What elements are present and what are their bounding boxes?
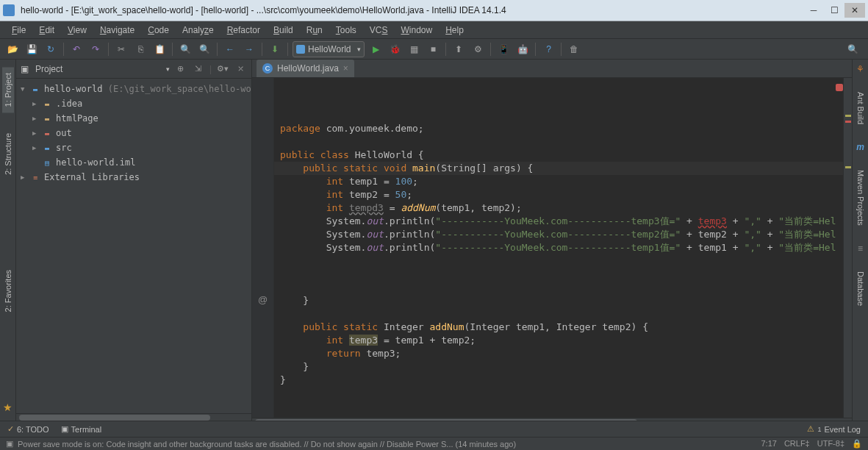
menu-file[interactable]: File — [6, 24, 32, 37]
module-icon: ▬ — [29, 84, 41, 94]
back-icon[interactable]: ← — [222, 41, 238, 57]
make-icon[interactable]: ⬇ — [267, 41, 283, 57]
gear-icon[interactable]: ⚙▾ — [216, 63, 229, 76]
right-tool-rail: ⚘ Ant Build m Maven Projects ≡ Database — [852, 60, 868, 421]
tree-item-iml[interactable]: ▤hello-world.iml — [16, 155, 251, 170]
app-icon — [3, 4, 15, 16]
tree-external-libraries[interactable]: ▶≡External Libraries — [16, 170, 251, 185]
rail-database[interactable]: Database — [855, 265, 867, 312]
editor-area: C HelloWorld.java × @ package com.youmee… — [252, 60, 852, 421]
gutter-override-icon[interactable]: @ — [258, 294, 268, 305]
debug-icon[interactable]: 🐞 — [387, 41, 403, 57]
menu-navigate[interactable]: Navigate — [94, 24, 140, 37]
hide-icon[interactable]: ⤫ — [234, 63, 247, 76]
close-button[interactable]: ✕ — [844, 3, 865, 18]
paste-icon[interactable]: 📋 — [151, 41, 168, 57]
rail-ant[interactable]: Ant Build — [855, 86, 867, 130]
line-separator[interactable]: CRLF‡ — [784, 439, 810, 449]
rail-maven[interactable]: Maven Projects — [855, 164, 867, 232]
lock-icon[interactable]: 🔒 — [852, 439, 862, 449]
vcs-icon[interactable]: ⬆ — [451, 41, 467, 57]
status-message[interactable]: Power save mode is on: Code insight and … — [18, 440, 761, 449]
folder-icon: ▬ — [41, 113, 53, 124]
menu-analyze[interactable]: Analyze — [176, 24, 220, 37]
stop-icon[interactable]: ■ — [425, 41, 441, 57]
project-view-icon: ▣ — [21, 64, 31, 74]
folder-icon: ▬ — [41, 128, 53, 138]
copy-icon[interactable]: ⎘ — [132, 41, 148, 57]
rail-structure[interactable]: 2: Structure — [2, 127, 14, 181]
status-icon[interactable]: ▣ — [6, 439, 13, 449]
help-icon[interactable]: ? — [540, 41, 556, 57]
folder-icon: ▬ — [41, 99, 53, 109]
menu-code[interactable]: Code — [142, 24, 175, 37]
tree-item-src[interactable]: ▶▬src — [16, 140, 251, 155]
editor-gutter[interactable]: @ — [252, 78, 274, 418]
editor-hscroll[interactable] — [252, 418, 852, 421]
tree-item-htmlpage[interactable]: ▶▬htmlPage — [16, 111, 251, 126]
overview-ruler[interactable] — [843, 78, 852, 418]
menu-refactor[interactable]: Refactor — [221, 24, 266, 37]
star-icon[interactable]: ★ — [3, 401, 12, 413]
coverage-icon[interactable]: ▦ — [406, 41, 422, 57]
rail-favorites[interactable]: 2: Favorites — [2, 264, 14, 318]
event-log-button[interactable]: Event Log — [824, 425, 861, 434]
menu-run[interactable]: Run — [301, 24, 329, 37]
scroll-to-icon[interactable]: ⊕ — [174, 63, 187, 76]
main-area: 1: Project 2: Structure 2: Favorites ★ ▣… — [0, 60, 868, 421]
java-class-icon: C — [262, 63, 273, 74]
sync-icon[interactable]: ↻ — [43, 41, 59, 57]
ant-icon: ⚘ — [856, 64, 864, 74]
left-tool-rail: 1: Project 2: Structure 2: Favorites ★ — [0, 60, 16, 421]
menu-help[interactable]: Help — [440, 24, 470, 37]
find-icon[interactable]: 🔍 — [177, 41, 193, 57]
editor-tab-helloworld[interactable]: C HelloWorld.java × — [257, 60, 354, 77]
code-area[interactable]: package com.youmeek.demo; public class H… — [274, 78, 843, 418]
menu-build[interactable]: Build — [268, 24, 299, 37]
save-icon[interactable]: 💾 — [24, 41, 40, 57]
project-panel-title[interactable]: Project — [35, 64, 162, 74]
android-icon[interactable]: 🤖 — [514, 41, 531, 57]
project-hscroll[interactable] — [16, 413, 251, 421]
run-icon[interactable]: ▶ — [367, 41, 384, 57]
settings-icon[interactable]: ⚙ — [470, 41, 486, 57]
menu-edit[interactable]: Edit — [33, 24, 60, 37]
search-everywhere-icon[interactable]: 🔍 — [844, 41, 861, 57]
redo-icon[interactable]: ↷ — [87, 41, 104, 57]
editor-tabs: C HelloWorld.java × — [252, 60, 852, 78]
avd-icon[interactable]: 📱 — [495, 41, 512, 57]
terminal-button[interactable]: ▣Terminal — [61, 424, 102, 434]
file-encoding[interactable]: UTF-8‡ — [817, 439, 844, 449]
todo-button[interactable]: ✓6: TODO — [7, 424, 49, 434]
open-icon[interactable]: 📂 — [4, 41, 21, 57]
replace-icon[interactable]: 🔍 — [196, 41, 212, 57]
menu-tools[interactable]: Tools — [330, 24, 362, 37]
tree-root[interactable]: ▼ ▬ hello-world (E:\git_work_space\hello… — [16, 82, 251, 96]
error-stripe-icon[interactable] — [836, 84, 843, 91]
maximize-button[interactable]: ☐ — [824, 3, 844, 18]
forward-icon[interactable]: → — [241, 41, 257, 57]
menu-view[interactable]: View — [62, 24, 93, 37]
trash-icon[interactable]: 🗑 — [566, 41, 582, 57]
maven-icon: m — [856, 142, 864, 152]
tree-item-out[interactable]: ▶▬out — [16, 126, 251, 140]
rail-project[interactable]: 1: Project — [2, 67, 14, 113]
database-icon: ≡ — [858, 243, 863, 254]
tree-item-idea[interactable]: ▶▬.idea — [16, 96, 251, 111]
project-tree[interactable]: ▼ ▬ hello-world (E:\git_work_space\hello… — [16, 79, 251, 413]
editor-body[interactable]: @ package com.youmeek.demo; public class… — [252, 78, 852, 418]
menu-window[interactable]: Window — [395, 24, 438, 37]
title-bar: hello-world - [E:\git_work_space\hello-w… — [0, 0, 868, 21]
tab-close-icon[interactable]: × — [343, 63, 348, 74]
caret-position[interactable]: 7:17 — [761, 439, 776, 449]
cut-icon[interactable]: ✂ — [113, 41, 129, 57]
toolbar: 📂 💾 ↻ ↶ ↷ ✂ ⎘ 📋 🔍 🔍 ← → ⬇ HelloWorld ▶ 🐞… — [0, 39, 868, 60]
collapse-icon[interactable]: ⇲ — [192, 63, 205, 76]
run-config-selector[interactable]: HelloWorld — [293, 41, 365, 57]
undo-icon[interactable]: ↶ — [68, 41, 85, 57]
warning-icon: ⚠ — [807, 424, 814, 434]
window-title: hello-world - [E:\git_work_space\hello-w… — [21, 5, 803, 15]
project-panel-header: ▣ Project ▾ ⊕ ⇲ | ⚙▾ ⤫ — [16, 60, 251, 79]
minimize-button[interactable]: ─ — [803, 3, 824, 18]
menu-vcs[interactable]: VCS — [364, 24, 394, 37]
